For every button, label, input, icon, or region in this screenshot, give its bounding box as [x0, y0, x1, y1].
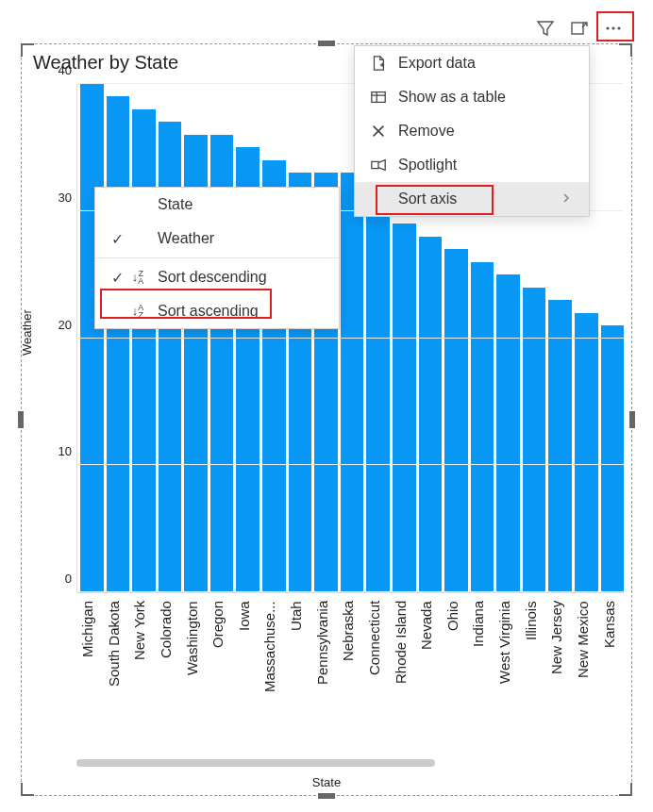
x-tick-label: New Mexico	[575, 601, 598, 742]
x-tick-label: Iowa	[236, 601, 260, 742]
submenu-item-state[interactable]: State	[95, 188, 339, 222]
bar[interactable]	[471, 262, 494, 592]
resize-handle-tl[interactable]	[21, 43, 34, 57]
x-tick-label: Massachuse...	[261, 601, 285, 742]
y-tick-label: 30	[49, 190, 72, 204]
x-tick-label: New Jersey	[548, 601, 572, 742]
bar[interactable]	[575, 313, 598, 592]
x-tick-label: Kansas	[601, 601, 625, 742]
x-tick-label: Rhode Island	[393, 601, 416, 742]
export-icon	[366, 55, 391, 72]
resize-handle-tr[interactable]	[619, 43, 632, 57]
x-tick-label: South Dakota	[106, 601, 129, 742]
x-tick-label: Nebraska	[340, 601, 363, 742]
bar[interactable]	[132, 109, 156, 592]
svg-rect-5	[372, 161, 378, 168]
filter-icon[interactable]	[534, 17, 557, 40]
svg-point-2	[611, 26, 614, 29]
resize-handle-top[interactable]	[318, 41, 335, 46]
resize-handle-bl[interactable]	[21, 783, 34, 796]
x-tick-label: New York	[131, 601, 155, 742]
submenu-item-weather[interactable]: ✓Weather	[95, 222, 339, 256]
menu-item-spotlight[interactable]: Spotlight	[355, 148, 589, 182]
submenu-item-sort-descending[interactable]: ✓↓ZASort descending	[95, 260, 339, 294]
svg-point-1	[606, 26, 609, 29]
sort-desc-icon: ↓ZA	[127, 270, 148, 286]
resize-handle-bottom[interactable]	[318, 793, 335, 799]
x-tick-label: Pennsylvania	[314, 601, 338, 742]
bar[interactable]	[107, 96, 130, 592]
spotlight-icon	[366, 157, 391, 174]
bar[interactable]	[366, 211, 390, 592]
menu-item-label: Remove	[398, 123, 455, 140]
bar[interactable]	[341, 173, 364, 592]
svg-rect-0	[572, 23, 583, 34]
resize-handle-br[interactable]	[619, 783, 632, 796]
submenu-item-label: State	[148, 196, 193, 213]
remove-icon	[366, 123, 391, 140]
y-axis-label: Weather	[20, 309, 34, 356]
y-tick-label: 20	[49, 317, 72, 331]
x-tick-label: West Virginia	[496, 601, 520, 742]
focus-mode-icon[interactable]	[568, 17, 591, 40]
bar[interactable]	[419, 237, 443, 592]
y-tick-label: 10	[49, 444, 72, 458]
menu-separator	[95, 257, 339, 258]
submenu-item-sort-ascending[interactable]: ↓AZSort ascending	[95, 294, 339, 328]
svg-point-3	[617, 26, 620, 29]
sort-axis-submenu: State✓Weather✓↓ZASort descending↓AZSort …	[94, 187, 340, 329]
submenu-item-label: Sort ascending	[148, 303, 259, 320]
checkmark-icon: ✓	[107, 230, 127, 248]
sort-asc-icon: ↓AZ	[127, 304, 148, 320]
bar[interactable]	[601, 325, 625, 592]
resize-handle-left[interactable]	[18, 411, 24, 428]
x-tick-label: Washington	[184, 601, 208, 742]
horizontal-scrollbar-thumb[interactable]	[76, 759, 435, 767]
menu-item-label: Export data	[398, 55, 476, 72]
x-tick-label: Nevada	[418, 601, 442, 742]
horizontal-scrollbar-track[interactable]	[76, 759, 624, 767]
chevron-right-icon	[542, 191, 572, 207]
bar[interactable]	[523, 288, 546, 592]
menu-item-export-data[interactable]: Export data	[355, 46, 589, 80]
table-icon	[366, 89, 391, 106]
bar[interactable]	[80, 84, 104, 592]
y-tick-label: 40	[49, 63, 72, 77]
menu-item-sort-axis[interactable]: Sort axis	[355, 182, 589, 216]
bar[interactable]	[496, 274, 520, 592]
submenu-item-label: Weather	[148, 230, 214, 247]
submenu-item-label: Sort descending	[148, 269, 267, 286]
resize-handle-right[interactable]	[629, 411, 635, 428]
x-tick-label: Oregon	[209, 601, 233, 742]
bar[interactable]	[548, 300, 572, 592]
x-tick-label: Utah	[288, 601, 311, 742]
menu-item-label: Sort axis	[398, 191, 457, 207]
x-tick-label: Ohio	[444, 601, 468, 742]
menu-item-remove[interactable]: Remove	[355, 114, 589, 148]
x-tick-label: Colorado	[158, 601, 181, 742]
menu-item-label: Spotlight	[398, 157, 457, 174]
more-options-icon[interactable]	[602, 17, 625, 40]
x-tick-label: Connecticut	[366, 601, 390, 742]
bar[interactable]	[444, 249, 468, 592]
svg-rect-4	[372, 92, 385, 103]
x-tick-label: Michigan	[79, 601, 103, 742]
y-tick-label: 0	[49, 572, 72, 586]
x-tick-label: Illinois	[523, 601, 546, 742]
x-axis-label: State	[312, 775, 341, 789]
menu-item-label: Show as a table	[398, 89, 506, 106]
more-options-menu: Export dataShow as a tableRemoveSpotligh…	[354, 45, 590, 217]
menu-item-show-as-a-table[interactable]: Show as a table	[355, 80, 589, 114]
bar[interactable]	[393, 224, 416, 592]
checkmark-icon: ✓	[107, 269, 127, 287]
x-tick-label: Indiana	[470, 601, 494, 742]
